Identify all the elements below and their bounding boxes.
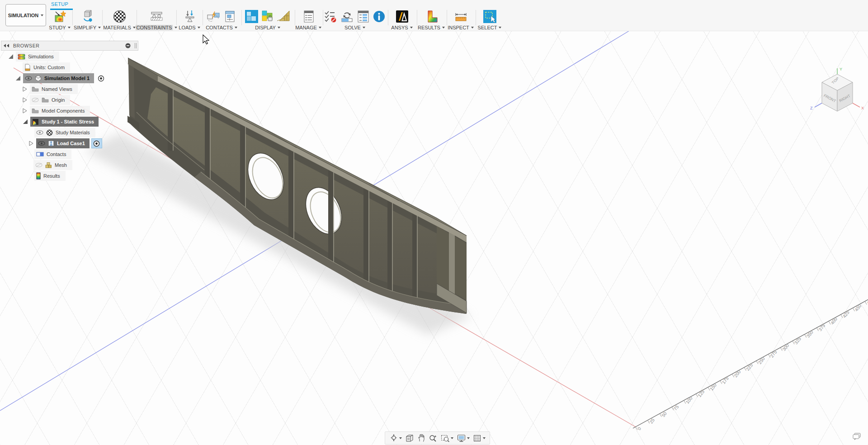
tree-row-simulation-model[interactable]: Simulation Model 1	[14, 73, 106, 83]
collapsed-arrow-icon[interactable]	[22, 108, 28, 114]
collapsed-arrow-icon[interactable]	[22, 97, 28, 103]
manage-settings-icon[interactable]	[302, 9, 316, 24]
manage-menu[interactable]: MANAGE	[296, 25, 321, 30]
grid-settings-button[interactable]	[472, 433, 487, 443]
navigation-toolbar	[385, 431, 490, 445]
visibility-eye-icon[interactable]	[25, 76, 32, 80]
toolbar-group-contacts: CONTACTS	[203, 9, 240, 31]
ruler-label: 350	[806, 330, 814, 339]
orbit-button[interactable]	[388, 433, 403, 443]
tree-row-simulations[interactable]: Simulations	[7, 52, 59, 62]
select-menu[interactable]: SELECT	[476, 25, 503, 30]
loads-menu[interactable]: LOADS	[177, 25, 202, 30]
ansys-icon[interactable]	[395, 9, 409, 24]
z-axis-indicator	[815, 103, 822, 107]
solve-details-icon[interactable]	[356, 9, 370, 24]
zoom-window-button[interactable]	[439, 433, 455, 443]
folder-icon	[32, 86, 39, 92]
new-study-icon[interactable]	[53, 9, 67, 24]
tree-row-model-components[interactable]: Model Components	[22, 106, 90, 116]
solve-menu[interactable]: SOLVE	[324, 25, 386, 30]
ruler-label: 425	[842, 310, 850, 319]
ruler-label: 75	[673, 404, 680, 412]
collapse-browser-icon[interactable]	[3, 43, 10, 48]
pan-button[interactable]	[416, 433, 426, 443]
chevron-down-icon	[41, 14, 43, 16]
tree-row-load-case1[interactable]: Load Case1	[28, 138, 102, 148]
load-case-icon	[48, 140, 54, 147]
study-menu[interactable]: STUDY	[47, 25, 72, 30]
zoom-button[interactable]	[427, 433, 439, 443]
look-at-button[interactable]	[404, 433, 415, 443]
simplify-menu[interactable]: SIMPLIFY	[74, 25, 100, 30]
simplify-icon[interactable]	[80, 9, 94, 24]
toolbar-group-constraints: CONSTRAINTS	[137, 9, 175, 31]
folder-icon	[42, 97, 49, 103]
remove-icon[interactable]	[125, 43, 131, 48]
activate-load-case-radio[interactable]	[91, 138, 102, 148]
visibility-eye-icon[interactable]	[36, 130, 43, 135]
display-constraints-icon[interactable]	[261, 9, 275, 24]
toolbar-group-solve: SOLVE	[324, 9, 386, 31]
solve-icon[interactable]	[340, 9, 354, 24]
loads-icon[interactable]	[183, 9, 197, 24]
expanded-arrow-icon[interactable]	[7, 53, 14, 60]
tree-row-named-views[interactable]: Named Views	[22, 84, 78, 94]
contacts-menu[interactable]: CONTACTS	[203, 25, 240, 30]
tree-row-units[interactable]: Units: Custom	[23, 62, 70, 72]
toolbar-group-select: SELECT	[476, 9, 503, 31]
tree-row-mesh[interactable]: Mesh	[33, 160, 72, 170]
inspect-measure-icon[interactable]	[454, 9, 468, 24]
ruler-label: 475	[866, 297, 868, 306]
browser-header[interactable]: BROWSER	[1, 41, 138, 51]
ruler-label: 250	[757, 356, 766, 365]
ruler-label: 175	[721, 376, 730, 385]
activate-model-radio[interactable]	[96, 74, 106, 83]
automatic-contacts-icon[interactable]	[207, 9, 221, 24]
toolbar-group-loads: LOADS	[177, 9, 202, 31]
constraints-icon[interactable]	[150, 9, 164, 24]
tree-row-results[interactable]: Results	[34, 171, 66, 181]
materials-icon[interactable]	[113, 9, 127, 24]
visibility-eye-icon[interactable]	[38, 141, 45, 146]
view-cube[interactable]: Y Z X TOP FRONT RIGHT	[809, 66, 868, 120]
constraints-menu[interactable]: CONSTRAINTS	[137, 25, 175, 30]
axis-ruler: 0255075100125150175200225250275300325350…	[633, 297, 868, 431]
degrees-of-freedom-icon[interactable]	[245, 9, 259, 24]
comments-icon[interactable]	[852, 432, 862, 442]
toolbar-group-study: STUDY	[47, 9, 72, 31]
component-cube-icon	[35, 75, 42, 82]
workspace-switcher[interactable]: SIMULATION	[5, 4, 46, 26]
info-icon[interactable]	[372, 9, 386, 24]
results-icon[interactable]	[425, 9, 439, 24]
display-settings-button[interactable]	[456, 433, 471, 443]
results-menu[interactable]: RESULTS	[418, 25, 445, 30]
toolbar-group-display: DISPLAY	[242, 9, 293, 31]
materials-menu[interactable]: MATERIALS	[104, 25, 135, 30]
collapsed-arrow-icon[interactable]	[28, 140, 34, 147]
viewport-canvas[interactable]: 0255075100125150175200225250275300325350…	[0, 31, 868, 445]
collapsed-arrow-icon[interactable]	[22, 86, 28, 92]
select-icon[interactable]	[483, 9, 497, 24]
inspect-menu[interactable]: INSPECT	[448, 25, 474, 30]
simulations-icon	[18, 54, 25, 60]
display-menu[interactable]: DISPLAY	[242, 25, 293, 30]
manage-contacts-icon[interactable]	[223, 9, 237, 24]
visibility-off-icon[interactable]	[35, 163, 42, 167]
tree-row-study-materials[interactable]: Study Materials	[34, 128, 95, 137]
toolbar-group-inspect: INSPECT	[448, 9, 474, 31]
visibility-off-icon[interactable]	[32, 98, 39, 102]
tree-row-contacts[interactable]: Contacts	[34, 149, 71, 159]
pre-check-icon[interactable]	[324, 9, 338, 24]
panel-drag-handle[interactable]	[134, 43, 137, 48]
expanded-arrow-icon[interactable]	[22, 118, 28, 125]
x-axis-indicator	[853, 103, 860, 107]
tab-setup[interactable]: SETUP	[51, 1, 68, 7]
ruler-label: 225	[745, 363, 754, 372]
expanded-arrow-icon[interactable]	[14, 75, 21, 81]
display-mesh-icon[interactable]	[277, 9, 291, 24]
ansys-menu[interactable]: ANSYS	[389, 25, 415, 30]
tree-row-study1[interactable]: Study 1 - Static Stress	[22, 117, 99, 127]
tree-row-origin[interactable]: Origin	[22, 95, 70, 105]
ruler-label: 400	[830, 316, 838, 325]
